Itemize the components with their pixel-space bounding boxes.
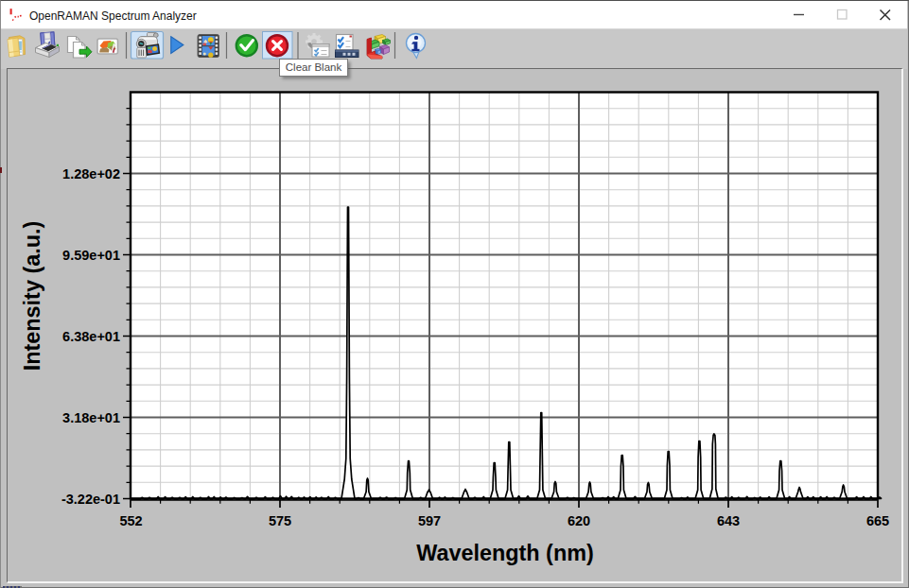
svg-text:575: 575: [269, 513, 291, 528]
svg-text:3.18e+01: 3.18e+01: [62, 410, 120, 425]
svg-text:Wavelength (nm): Wavelength (nm): [416, 541, 594, 565]
svg-text:9.59e+01: 9.59e+01: [62, 248, 120, 263]
svg-text:643: 643: [717, 513, 740, 528]
svg-text:665: 665: [866, 513, 889, 528]
svg-text:552: 552: [119, 513, 142, 528]
svg-text:-3.22e-01: -3.22e-01: [61, 492, 120, 507]
svg-text:Intensity (a.u.): Intensity (a.u.): [20, 221, 44, 372]
svg-text:1.28e+02: 1.28e+02: [62, 166, 120, 182]
svg-text:597: 597: [418, 513, 441, 528]
svg-text:6.38e+01: 6.38e+01: [62, 329, 120, 344]
svg-text:620: 620: [568, 513, 590, 528]
